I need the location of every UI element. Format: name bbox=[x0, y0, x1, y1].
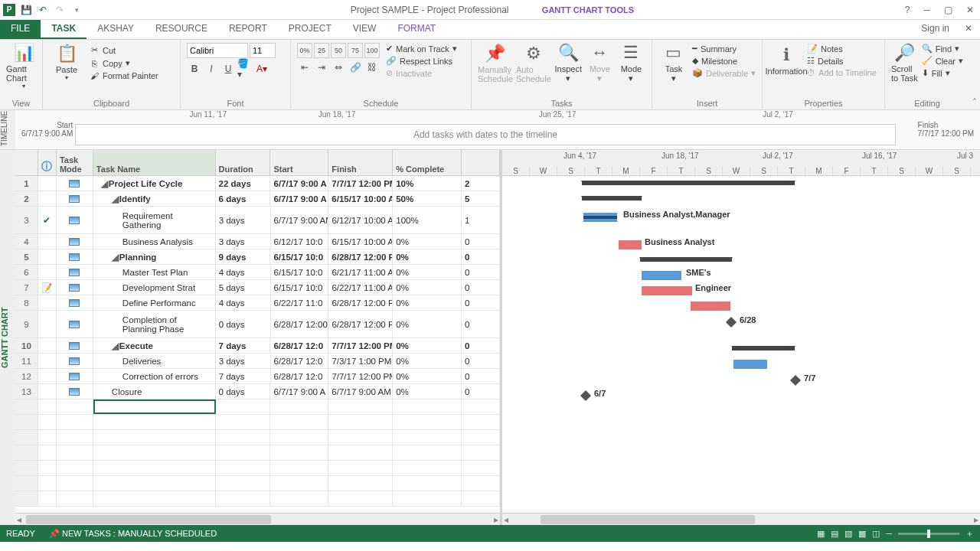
information-button[interactable]: ℹInformation bbox=[769, 43, 804, 78]
indent-button[interactable]: ⇥ bbox=[314, 60, 329, 75]
task-row[interactable]: 1◢Project Life Cycle22 days6/7/17 9:00 A… bbox=[15, 176, 500, 191]
clear-button[interactable]: 🧹Clear▾ bbox=[922, 55, 963, 67]
col-duration[interactable]: Duration bbox=[216, 150, 271, 175]
summary-button[interactable]: ━Summary bbox=[692, 43, 756, 54]
bold-button[interactable]: B bbox=[187, 61, 202, 77]
new-task-cell[interactable] bbox=[93, 399, 216, 414]
respect-links-button[interactable]: 🔗Respect Links bbox=[386, 55, 457, 67]
bar-master-test-plan[interactable] bbox=[642, 271, 681, 280]
task-row[interactable]: 9Completion of Planning Phase0 days6/28/… bbox=[15, 311, 500, 338]
task-row[interactable]: 8Define Performanc4 days6/22/17 11:06/28… bbox=[15, 295, 500, 311]
redo-icon[interactable]: ↷ bbox=[54, 4, 66, 16]
tab-file[interactable]: FILE bbox=[0, 20, 41, 39]
tab-akshay[interactable]: AKSHAY bbox=[87, 20, 145, 39]
scroll-to-task-button[interactable]: 🔎Scroll to Task bbox=[891, 43, 919, 83]
manually-schedule-button[interactable]: 📌Manually Schedule bbox=[478, 43, 513, 83]
col-finish[interactable]: Finish bbox=[328, 150, 393, 175]
task-row[interactable]: 7📝Development Strat5 days6/15/17 10:06/2… bbox=[15, 280, 500, 295]
cut-button[interactable]: ✂Cut bbox=[89, 44, 158, 56]
qat-dropdown-icon[interactable]: ▾ bbox=[70, 4, 83, 16]
tab-resource[interactable]: RESOURCE bbox=[145, 20, 218, 39]
view-resource-icon[interactable]: ◫ bbox=[872, 529, 880, 539]
fill-button[interactable]: ⬇Fill▾ bbox=[922, 67, 963, 79]
auto-schedule-button[interactable]: ⚙Auto Schedule bbox=[516, 43, 551, 83]
bar-business-analysis[interactable] bbox=[619, 240, 642, 249]
view-gantt-icon[interactable]: ▦ bbox=[817, 529, 825, 539]
tab-task[interactable]: TASK bbox=[41, 20, 87, 39]
task-row[interactable]: 3✔Requirement Gathering3 days6/7/17 9:00… bbox=[15, 207, 500, 234]
font-select[interactable] bbox=[187, 43, 248, 58]
underline-button[interactable]: U bbox=[220, 61, 236, 77]
task-row[interactable]: 5◢Planning9 days6/15/17 10:06/28/17 12:0… bbox=[15, 249, 500, 265]
bar-planning[interactable] bbox=[640, 257, 732, 262]
unlink-button[interactable]: ⛓ bbox=[364, 60, 380, 75]
task-row[interactable]: 11Deliveries3 days6/28/17 12:07/3/17 1:0… bbox=[15, 354, 500, 369]
find-button[interactable]: 🔍Find▾ bbox=[922, 43, 963, 54]
collapse-ribbon-icon[interactable]: ˄ bbox=[972, 97, 977, 108]
grid-hscroll[interactable]: ◂▸ bbox=[15, 513, 500, 525]
pct0-button[interactable]: 0% bbox=[297, 43, 312, 58]
milestone-planning[interactable] bbox=[726, 317, 737, 328]
minimize-icon[interactable]: ─ bbox=[920, 5, 933, 15]
milestone-correction[interactable] bbox=[790, 375, 801, 386]
zoom-slider[interactable] bbox=[898, 533, 959, 535]
split-button[interactable]: ⇔ bbox=[331, 60, 346, 75]
inactivate-button[interactable]: ⊘Inactivate bbox=[386, 67, 457, 79]
details-button[interactable]: ☷Details bbox=[807, 55, 877, 67]
link-button[interactable]: 🔗 bbox=[348, 60, 363, 75]
zoom-out-icon[interactable]: ─ bbox=[886, 529, 892, 538]
task-row[interactable]: 12Correction of errors7 days6/28/17 12:0… bbox=[15, 369, 500, 384]
font-size-select[interactable] bbox=[250, 43, 276, 58]
milestone-button[interactable]: ◆Milestone bbox=[692, 55, 756, 67]
fill-color-button[interactable]: 🪣▾ bbox=[237, 61, 253, 77]
copy-button[interactable]: ⎘Copy ▾ bbox=[89, 57, 158, 69]
bar-identify[interactable] bbox=[582, 196, 642, 201]
undo-icon[interactable]: ↶ bbox=[37, 4, 49, 16]
add-timeline-button[interactable]: ⏱Add to Timeline bbox=[807, 67, 877, 78]
notes-button[interactable]: 📝Notes bbox=[807, 43, 877, 54]
tab-report[interactable]: REPORT bbox=[218, 20, 278, 39]
timeline-track[interactable]: Add tasks with dates to the timeline bbox=[75, 124, 896, 145]
tab-project[interactable]: PROJECT bbox=[278, 20, 342, 39]
col-start[interactable]: Start bbox=[270, 150, 328, 175]
pct100-button[interactable]: 100 bbox=[364, 43, 380, 58]
col-task-mode[interactable]: Task Mode bbox=[57, 150, 93, 175]
zoom-in-icon[interactable]: ＋ bbox=[965, 528, 974, 540]
task-row[interactable]: 6Master Test Plan4 days6/15/17 10:06/21/… bbox=[15, 265, 500, 280]
bar-deliveries[interactable] bbox=[733, 360, 767, 369]
pct50-button[interactable]: 50 bbox=[331, 43, 346, 58]
bar-dev-strategy[interactable] bbox=[642, 286, 692, 295]
tab-view[interactable]: VIEW bbox=[342, 20, 387, 39]
close-icon[interactable]: ✕ bbox=[963, 5, 977, 15]
sign-in[interactable]: Sign in bbox=[913, 20, 957, 39]
deliverable-button[interactable]: 📦Deliverable▾ bbox=[692, 67, 756, 79]
bar-execute[interactable] bbox=[732, 346, 795, 350]
view-network-icon[interactable]: ▧ bbox=[844, 529, 852, 539]
outdent-button[interactable]: ⇤ bbox=[297, 60, 312, 75]
col-complete[interactable]: % Complete bbox=[393, 150, 462, 175]
task-button[interactable]: ▭Task▾ bbox=[658, 43, 689, 83]
mode-button[interactable]: ☰Mode▾ bbox=[617, 43, 645, 83]
bar-project-life-cycle[interactable] bbox=[582, 181, 795, 185]
move-button[interactable]: ↔Move▾ bbox=[586, 43, 614, 83]
col-indicator[interactable]: ⓘ bbox=[38, 150, 57, 175]
help-icon[interactable]: ? bbox=[902, 5, 913, 15]
pct75-button[interactable]: 75 bbox=[348, 43, 363, 58]
view-calendar-icon[interactable]: ▩ bbox=[858, 529, 866, 539]
italic-button[interactable]: I bbox=[204, 61, 219, 77]
view-usage-icon[interactable]: ▤ bbox=[831, 529, 838, 539]
inspect-button[interactable]: 🔍Inspect▾ bbox=[554, 43, 583, 83]
gantt-hscroll[interactable]: ◂▸ bbox=[502, 513, 980, 525]
bar-define-perf[interactable] bbox=[691, 302, 730, 311]
task-row[interactable]: 4Business Analysis3 days6/12/17 10:06/15… bbox=[15, 234, 500, 249]
pct25-button[interactable]: 25 bbox=[314, 43, 329, 58]
col-task-name[interactable]: Task Name bbox=[93, 150, 216, 175]
save-icon[interactable]: 💾 bbox=[20, 4, 32, 16]
task-row[interactable]: 13Closure0 days6/7/17 9:00 A6/7/17 9:00 … bbox=[15, 384, 500, 399]
task-row[interactable]: 10◢Execute7 days6/28/17 12:07/7/17 12:00… bbox=[15, 338, 500, 354]
maximize-icon[interactable]: ▢ bbox=[941, 5, 956, 15]
close-doc-icon[interactable]: ✕ bbox=[957, 20, 980, 39]
paste-button[interactable]: 📋Paste▾ bbox=[49, 43, 84, 81]
tab-format[interactable]: FORMAT bbox=[387, 20, 446, 39]
gantt-chart-button[interactable]: 📊Gantt Chart▾ bbox=[6, 43, 41, 90]
